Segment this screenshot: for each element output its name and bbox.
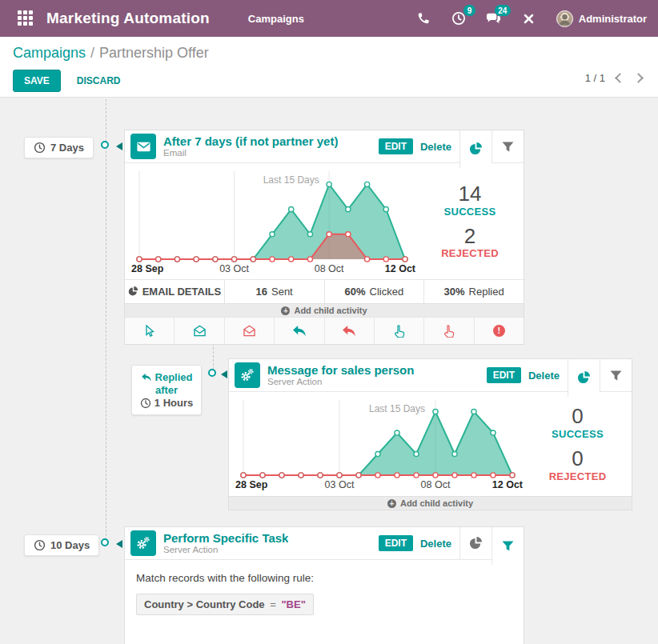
control-panel: Campaigns/Partnership Offer SAVE DISCARD… <box>0 37 658 98</box>
mail-bounced-icon[interactable]: ! <box>474 318 524 344</box>
success-label: SUCCESS <box>552 429 604 441</box>
breadcrumb-separator: / <box>90 45 94 61</box>
tab-filter[interactable] <box>491 527 524 565</box>
trigger-delay: 1 Hours <box>154 397 193 409</box>
user-menu[interactable]: Administrator <box>556 10 647 27</box>
workflow-node <box>101 538 109 546</box>
svg-text:08 Oct: 08 Oct <box>315 263 344 274</box>
rule-intro-text: Match records with the following rule: <box>136 572 512 584</box>
child-trigger-row: ! <box>125 317 524 344</box>
pager-next-icon[interactable] <box>633 73 644 83</box>
svg-text:Last 15 Days: Last 15 Days <box>369 403 425 414</box>
activity-title[interactable]: Message for sales person <box>267 363 414 377</box>
clock-icon <box>34 539 46 551</box>
delete-button[interactable]: Delete <box>420 141 451 153</box>
stat-replied[interactable]: 30%Replied <box>423 280 524 303</box>
trigger-badge-replied-after[interactable]: Replied after 1 Hours <box>131 365 202 415</box>
mail-not-opened-icon[interactable] <box>224 318 274 344</box>
add-child-activity-button[interactable]: + Add child activity <box>125 303 524 317</box>
marketing-automation-app: Marketing Automation Campaigns 9 24 Ad <box>0 0 658 644</box>
stat-sent[interactable]: 16Sent <box>224 280 324 303</box>
page-title: Partnership Offer <box>99 45 209 61</box>
stat-clicked[interactable]: 60%Clicked <box>324 280 424 303</box>
svg-text:12 Oct: 12 Oct <box>492 479 524 490</box>
avatar <box>556 10 573 27</box>
svg-text:Last 15 Days: Last 15 Days <box>263 174 319 186</box>
mail-not-replied-icon[interactable] <box>324 318 374 344</box>
tab-filter[interactable] <box>600 359 632 391</box>
workflow-node <box>208 369 216 377</box>
delete-button[interactable]: Delete <box>528 370 560 382</box>
tab-graph[interactable] <box>459 130 491 168</box>
pie-chart-icon <box>577 371 591 385</box>
pie-chart-icon <box>469 537 483 550</box>
activities-clock-icon[interactable]: 9 <box>451 10 467 26</box>
trigger-label-line1: Replied <box>155 371 193 383</box>
activities-count-badge: 9 <box>463 5 475 16</box>
svg-text:28 Sep: 28 Sep <box>131 263 164 274</box>
mail-clicked-icon[interactable] <box>374 318 423 344</box>
activity-graph: Last 15 Days28 Sep03 Oct08 Oct12 Oct <box>125 163 416 279</box>
activity-title[interactable]: Perform Specific Task <box>163 531 288 545</box>
email-activity-icon <box>130 134 156 159</box>
another-activity-icon[interactable] <box>125 318 174 344</box>
server-action-icon <box>130 530 156 556</box>
add-child-activity-button[interactable]: + Add child activity <box>229 496 632 510</box>
phone-icon[interactable] <box>415 10 431 26</box>
mail-opened-icon[interactable] <box>174 318 223 344</box>
breadcrumb-campaigns-link[interactable]: Campaigns <box>13 45 86 61</box>
mail-not-clicked-icon[interactable] <box>423 318 473 344</box>
node-arrow-icon <box>116 142 122 150</box>
developer-tools-icon[interactable] <box>521 10 537 26</box>
node-arrow-icon <box>116 540 122 548</box>
success-count: 0 <box>552 405 604 429</box>
menu-campaigns[interactable]: Campaigns <box>248 13 304 25</box>
activity-title[interactable]: After 7 days (if not partner yet) <box>163 134 338 148</box>
mail-replied-icon[interactable] <box>274 318 323 344</box>
tab-filter[interactable] <box>491 130 524 162</box>
user-name: Administrator <box>579 13 647 25</box>
activity-type: Server Action <box>163 545 288 555</box>
edit-button[interactable]: EDIT <box>379 138 413 154</box>
trigger-badge-7-days[interactable]: 7 Days <box>24 137 94 158</box>
save-button[interactable]: SAVE <box>13 70 61 92</box>
pager: 1 / 1 <box>585 72 642 84</box>
activity-type: Server Action <box>267 377 414 387</box>
rejected-count: 2 <box>441 225 499 249</box>
plus-icon: + <box>387 499 396 508</box>
domain-rule-tag[interactable]: Country > Country Code = "BE" <box>136 594 314 615</box>
rejected-label: REJECTED <box>549 471 607 483</box>
svg-text:03 Oct: 03 Oct <box>325 479 355 490</box>
svg-text:03 Oct: 03 Oct <box>219 263 249 274</box>
rejected-label: REJECTED <box>441 248 499 260</box>
pager-previous-icon[interactable] <box>615 73 625 83</box>
reply-icon <box>141 373 152 382</box>
filter-icon <box>502 142 514 152</box>
delete-button[interactable]: Delete <box>420 538 451 550</box>
tab-graph[interactable] <box>568 359 600 397</box>
svg-text:08 Oct: 08 Oct <box>421 479 451 490</box>
workflow-canvas: 7 Days After 7 days (if not partner yet)… <box>0 98 658 644</box>
messages-count-badge: 24 <box>495 5 511 16</box>
activity-stats: 0 SUCCESS 0 REJECTED <box>524 392 632 496</box>
messages-icon[interactable]: 24 <box>486 10 502 26</box>
apps-menu-icon[interactable] <box>18 10 34 26</box>
activity-card-email: After 7 days (if not partner yet) Email … <box>124 130 524 345</box>
trigger-label: 7 Days <box>50 142 84 154</box>
pager-value: 1 / 1 <box>585 72 605 84</box>
trigger-badge-10-days[interactable]: 10 Days <box>24 534 99 556</box>
edit-button[interactable]: EDIT <box>379 535 413 551</box>
plus-icon: + <box>281 306 290 315</box>
discard-button[interactable]: DISCARD <box>77 75 121 86</box>
trigger-label: 10 Days <box>50 539 90 551</box>
breadcrumb: Campaigns/Partnership Offer <box>13 45 645 62</box>
tab-graph[interactable] <box>459 527 491 559</box>
clock-icon <box>140 398 151 409</box>
trigger-label-line2: after <box>155 384 178 396</box>
workflow-node <box>101 141 109 149</box>
edit-button[interactable]: EDIT <box>487 367 521 383</box>
rule-operator: = <box>270 598 276 610</box>
app-title: Marketing Automation <box>46 10 210 27</box>
node-arrow-icon <box>221 370 227 378</box>
pie-chart-icon <box>469 142 483 156</box>
